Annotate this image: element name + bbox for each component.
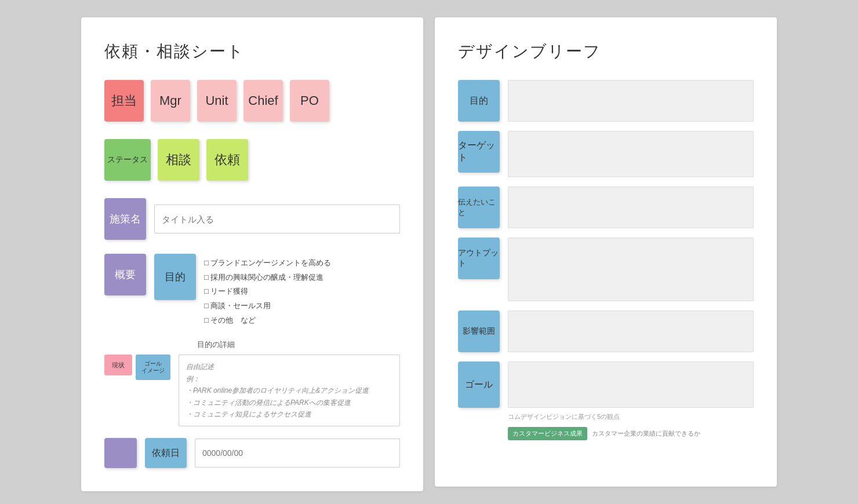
status-iraino[interactable]: 依頼 [206, 139, 248, 181]
sticky-gaiyou[interactable]: 概要 [104, 254, 146, 295]
brief-sticky-target[interactable]: ターゲット [458, 131, 500, 173]
brief-sticky-output[interactable]: アウトプット [458, 238, 500, 279]
role-unit[interactable]: Unit [197, 80, 237, 122]
right-panel-title: デザインブリーフ [458, 41, 754, 63]
left-panel: 依頼・相談シート 担当 Mgr Unit Chief PO ステータス 相談 依… [81, 17, 423, 491]
brief-input-output[interactable] [508, 238, 754, 301]
sticky-genjo[interactable]: 現状 [104, 355, 132, 375]
brief-sticky-tsutaetai[interactable]: 伝えたいこと [458, 187, 500, 228]
date-input[interactable] [195, 439, 400, 468]
sticky-bottom-empty[interactable] [104, 438, 137, 468]
mokuteki-item-2: 採用の興味関心の醸成・理解促進 [204, 271, 400, 285]
left-panel-title: 依頼・相談シート [104, 41, 400, 63]
mokuteki-list: ブランドエンゲージメントを高める 採用の興味関心の醸成・理解促進 リード獲得 商… [204, 254, 400, 327]
genjo-stickies: 現状 ゴールイメージ [104, 355, 170, 380]
sticky-goal-image[interactable]: ゴールイメージ [136, 355, 170, 380]
right-panel: デザインブリーフ 目的 ターゲット 伝えたいこと アウトプット 影響範囲 ゴール… [435, 17, 777, 487]
sticky-measure-label[interactable]: 施策名 [104, 198, 146, 240]
measure-row: 施策名 [104, 198, 400, 240]
status-row: ステータス 相談 依頼 [104, 139, 400, 181]
goal-sub-label: コムデザインビジョンに基づく5の観点 [508, 412, 754, 421]
brief-input-tsutaetai[interactable] [508, 187, 754, 228]
brief-row-goal: ゴール コムデザインビジョンに基づく5の観点 カスタマービジネス成果 カスタマー… [458, 361, 754, 440]
role-mgr[interactable]: Mgr [151, 80, 190, 122]
mokuteki-item-5: その他 など [204, 313, 400, 328]
sticky-mokuteki[interactable]: 目的 [154, 254, 196, 300]
gaiyou-textarea[interactable]: 自由記述 例： ・PARK online参加者のロイヤリティ向上&アクション促進… [179, 355, 400, 426]
brief-row-tsutaetai: 伝えたいこと [458, 187, 754, 228]
mokuteki-item-4: 商談・セールス用 [204, 299, 400, 313]
goal-sub-text: カスタマー企業の業績に貢献できるか [592, 429, 700, 438]
role-row: 担当 Mgr Unit Chief PO [104, 80, 400, 122]
measure-title-input[interactable] [154, 204, 400, 233]
goal-sub-row: カスタマービジネス成果 カスタマー企業の業績に貢献できるか [508, 427, 754, 440]
brief-sticky-goal[interactable]: ゴール [458, 361, 500, 408]
mokuteki-item-3: リード獲得 [204, 284, 400, 299]
mokuteki-detail-label: 目的の詳細 [197, 339, 400, 350]
role-po[interactable]: PO [290, 80, 329, 122]
goal-input-box[interactable] [508, 361, 754, 408]
brief-sticky-eikyou[interactable]: 影響範囲 [458, 311, 500, 352]
status-soudan[interactable]: 相談 [158, 139, 199, 181]
brief-input-mokuteki[interactable] [508, 80, 754, 122]
genjo-row: 現状 ゴールイメージ 自由記述 例： ・PARK online参加者のロイヤリテ… [104, 355, 400, 426]
mokuteki-item-1: ブランドエンゲージメントを高める [204, 256, 400, 271]
brief-row-mokuteki: 目的 [458, 80, 754, 122]
goal-sub-tag[interactable]: カスタマービジネス成果 [508, 427, 587, 440]
sticky-iraino-date[interactable]: 依頼日 [145, 438, 187, 468]
bottom-row: 依頼日 [104, 438, 400, 468]
brief-input-target[interactable] [508, 131, 754, 177]
goal-right: コムデザインビジョンに基づく5の観点 カスタマービジネス成果 カスタマー企業の業… [508, 361, 754, 440]
gaiyou-row: 概要 目的 ブランドエンゲージメントを高める 採用の興味関心の醸成・理解促進 リ… [104, 254, 400, 327]
status-label[interactable]: ステータス [104, 139, 151, 181]
role-tantou[interactable]: 担当 [104, 80, 144, 122]
brief-row-eikyou: 影響範囲 [458, 311, 754, 352]
brief-input-eikyou[interactable] [508, 311, 754, 352]
brief-row-output: アウトプット [458, 238, 754, 301]
role-chief[interactable]: Chief [243, 80, 283, 122]
brief-sticky-mokuteki[interactable]: 目的 [458, 80, 500, 122]
brief-row-target: ターゲット [458, 131, 754, 177]
